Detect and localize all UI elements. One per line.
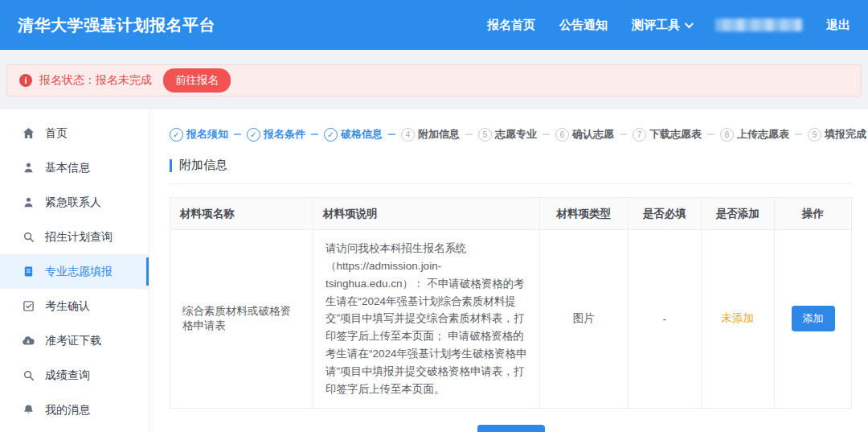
step-registration-conditions: ✓ 报名条件 [247, 127, 305, 142]
check-square-icon [22, 300, 35, 313]
col-required: 是否必填 [628, 198, 701, 230]
step-connector [388, 134, 395, 135]
divider [170, 183, 852, 184]
step-check-icon: ✓ [324, 128, 338, 142]
sidebar: 首页 基本信息 紧急联系人 招生计划查询 专业志愿填报 [0, 109, 149, 432]
step-registration-notice: ✓ 报名须知 [170, 127, 228, 142]
section-title-text: 附加信息 [179, 158, 227, 173]
sidebar-item-label: 考生确认 [45, 299, 90, 314]
section-title-bar [170, 159, 172, 172]
sidebar-item-label: 准考证下载 [45, 334, 101, 348]
status-text: 报名状态：报名未完成 [39, 73, 152, 88]
cloud-download-icon [22, 335, 35, 348]
sidebar-item-score-query[interactable]: 成绩查询 [0, 358, 149, 393]
main-panel: ✓ 报名须知 ✓ 报名条件 ✓ 破格信息 4 附加信息 5 志愿专业 [149, 109, 868, 432]
step-complete: 9 填报完成 [808, 127, 866, 142]
col-material-type: 材料项类型 [539, 198, 628, 230]
section-title: 附加信息 [170, 158, 852, 173]
step-exception-info: ✓ 破格信息 [324, 127, 383, 142]
step-connector [465, 134, 473, 135]
step-connector [707, 134, 714, 135]
sidebar-item-label: 招生计划查询 [45, 230, 113, 245]
step-connector [311, 134, 318, 135]
sidebar-item-label: 基本信息 [45, 161, 90, 175]
step-progress: ✓ 报名须知 ✓ 报名条件 ✓ 破格信息 4 附加信息 5 志愿专业 [170, 127, 852, 142]
username-redacted [715, 19, 802, 31]
sidebar-item-home[interactable]: 首页 [0, 116, 149, 150]
step-check-icon: ✓ [170, 128, 183, 142]
user-icon [22, 196, 35, 209]
nav-registration-home[interactable]: 报名首页 [487, 18, 535, 33]
search-icon [22, 231, 35, 244]
sidebar-item-label: 首页 [45, 126, 68, 141]
next-step-button[interactable]: 下一步 [477, 425, 545, 432]
actions-row: 下一步 [170, 425, 852, 432]
step-confirm-preferences: 6 确认志愿 [555, 127, 614, 142]
cell-material-type: 图片 [539, 230, 628, 409]
sidebar-item-candidate-confirmation[interactable]: 考生确认 [0, 289, 149, 323]
sidebar-item-major-preference[interactable]: 专业志愿填报 [0, 254, 149, 289]
document-icon [22, 265, 35, 278]
bell-icon [22, 404, 35, 417]
cell-material-name: 综合素质材料或破格资格申请表 [170, 230, 313, 409]
step-additional-info: 4 附加信息 [401, 127, 460, 142]
col-material-name: 材料项名称 [170, 198, 313, 230]
app-title: 清华大学强基计划报名平台 [18, 14, 215, 36]
nav-evaluation-tools-label: 测评工具 [632, 18, 680, 33]
info-icon: i [19, 74, 32, 87]
sidebar-item-label: 我的消息 [45, 403, 90, 418]
col-operation: 操作 [775, 198, 852, 230]
chevron-down-icon [685, 19, 694, 28]
step-connector [542, 134, 550, 135]
nav-announcements[interactable]: 公告通知 [559, 18, 608, 33]
go-register-button[interactable]: 前往报名 [163, 68, 231, 93]
home-icon [22, 127, 35, 140]
step-preference-major: 5 志愿专业 [478, 127, 537, 142]
sidebar-item-my-messages[interactable]: 我的消息 [0, 393, 149, 427]
cell-added-status: 未添加 [701, 230, 775, 409]
sidebar-item-emergency-contact[interactable]: 紧急联系人 [0, 185, 149, 220]
logout-link[interactable]: 退出 [826, 18, 850, 33]
sidebar-item-label: 成绩查询 [45, 368, 90, 383]
sidebar-item-admission-ticket-download[interactable]: 准考证下载 [0, 323, 149, 358]
cell-material-description: 请访问我校本科招生报名系统（https://admission.join-tsi… [313, 230, 540, 409]
col-added: 是否添加 [701, 198, 775, 230]
add-button[interactable]: 添加 [792, 306, 835, 331]
sidebar-item-label: 紧急联系人 [45, 195, 101, 210]
table-header-row: 材料项名称 材料项说明 材料项类型 是否必填 是否添加 操作 [170, 198, 852, 230]
step-upload-form: 8 上传志愿表 [720, 127, 789, 142]
user-icon [22, 162, 35, 175]
cell-operation: 添加 [775, 230, 852, 409]
nav-evaluation-tools[interactable]: 测评工具 [632, 18, 691, 33]
content-area: 首页 基本信息 紧急联系人 招生计划查询 专业志愿填报 [0, 109, 868, 432]
step-connector [795, 134, 802, 135]
status-alert: i 报名状态：报名未完成 前往报名 [6, 64, 862, 97]
step-download-form: 7 下载志愿表 [633, 127, 702, 142]
step-connector [620, 134, 627, 135]
cell-required: - [628, 230, 701, 409]
sidebar-item-label: 专业志愿填报 [45, 265, 113, 279]
step-connector [234, 134, 241, 135]
top-nav: 报名首页 公告通知 测评工具 退出 [487, 18, 850, 33]
sidebar-item-admission-plan-query[interactable]: 招生计划查询 [0, 220, 149, 254]
step-check-icon: ✓ [247, 128, 260, 142]
top-bar: 清华大学强基计划报名平台 报名首页 公告通知 测评工具 退出 [0, 0, 868, 50]
sidebar-item-basic-info[interactable]: 基本信息 [0, 150, 149, 185]
table-row: 综合素质材料或破格资格申请表 请访问我校本科招生报名系统（https://adm… [170, 230, 852, 409]
materials-table: 材料项名称 材料项说明 材料项类型 是否必填 是否添加 操作 综合素质材料或破格… [170, 197, 852, 409]
search-icon [22, 369, 35, 382]
col-material-description: 材料项说明 [313, 198, 540, 230]
